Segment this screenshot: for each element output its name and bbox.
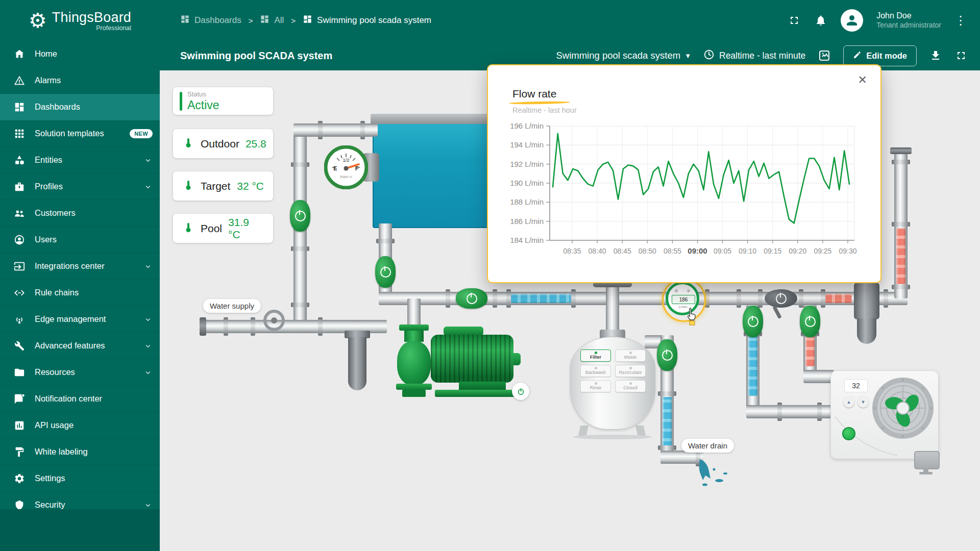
sidebar-item-white-labeling[interactable]: White labeling [0, 439, 160, 465]
sidebar-item-notification-center[interactable]: Notification center [0, 386, 160, 412]
chevron-down-icon [143, 262, 153, 271]
sidebar-item-label: Advanced features [35, 341, 105, 350]
indicator-dot [595, 367, 597, 369]
top-header: Dashboards > All > Swimming pool scada s… [160, 0, 980, 41]
valve-button[interactable] [743, 306, 763, 337]
pipe [293, 123, 378, 137]
warm-water-section [805, 336, 815, 366]
image-export-icon[interactable] [818, 49, 831, 62]
edit-mode-button[interactable]: Edit mode [843, 45, 917, 66]
breadcrumb-current[interactable]: Swimming pool scada system [303, 14, 431, 27]
download-icon[interactable] [929, 49, 942, 62]
time-window-button[interactable]: Realtime - last minute [703, 49, 805, 63]
filter-mode-label: Closed [623, 385, 638, 390]
sidebar-item-alarms[interactable]: Alarms [0, 67, 160, 94]
thermometer-icon [182, 179, 194, 193]
filter-mode-filter-button[interactable]: Filter [580, 349, 611, 362]
sidebar-item-entities[interactable]: Entities [0, 147, 160, 173]
svg-text:08:35: 08:35 [563, 247, 581, 255]
toolbar-fullscreen-icon[interactable] [954, 49, 968, 62]
breadcrumb-all[interactable]: All [260, 14, 284, 27]
svg-text:09:25: 09:25 [814, 247, 831, 255]
sidebar-item-customers[interactable]: Customers [0, 200, 160, 227]
valve-button[interactable] [290, 200, 310, 232]
heat-pump-power-light[interactable] [842, 427, 855, 440]
sidebar-item-home[interactable]: Home [0, 41, 160, 67]
breadcrumb-dashboards[interactable]: Dashboards [180, 14, 241, 27]
power-icon [380, 267, 391, 278]
svg-text:08:40: 08:40 [589, 247, 606, 255]
popup-subtitle: Realtime - last hour [512, 106, 577, 114]
filter-mode-backwash-button[interactable]: Backwash [580, 365, 611, 377]
chevron-down-icon [143, 315, 153, 324]
sidebar-item-advanced-features[interactable]: Advanced features [0, 333, 160, 359]
pump-flange [399, 324, 429, 331]
thingsboard-logo[interactable]: ⚙ ThingsBoard Professional [0, 0, 160, 41]
flange [658, 445, 676, 450]
pump-base-plate [435, 390, 519, 397]
pencil-icon [853, 51, 862, 61]
sidebar-item-users[interactable]: Users [0, 227, 160, 253]
indicator-dot [629, 352, 632, 354]
water-splash [695, 458, 742, 488]
settings-icon [13, 472, 26, 485]
sidebar-item-rule-chains[interactable]: Rule chains [0, 280, 160, 306]
flange [658, 391, 676, 396]
flange [318, 317, 323, 336]
sidebar-item-label: Dashboards [35, 102, 80, 112]
flange [737, 289, 741, 308]
close-icon[interactable]: ✕ [858, 73, 867, 87]
filter-mode-rinse-button[interactable]: Rinse [580, 380, 611, 392]
valve-button[interactable] [375, 256, 396, 288]
chevron-down-icon [143, 156, 153, 165]
sidebar-item-label: Security [35, 500, 65, 510]
filter-mode-recirculate-button[interactable]: Recirculate [615, 365, 646, 377]
dashboard-state-select[interactable]: Swimming pool scada system ▼ [556, 50, 691, 61]
new-badge: NEW [130, 129, 153, 138]
drain-water-section [663, 397, 672, 448]
status-indicator-bar [180, 92, 182, 111]
profiles-icon [13, 181, 26, 193]
pump-inlet-pipe [407, 298, 421, 328]
sidebar-item-settings[interactable]: Settings [0, 465, 160, 492]
sidebar-item-edge-management[interactable]: Edge management [0, 306, 160, 333]
setpoint-up-button[interactable]: ▲ [843, 396, 854, 408]
sidebar-item-dashboards[interactable]: Dashboards [0, 94, 160, 120]
dashboard-icon [303, 14, 312, 27]
valve-button[interactable] [800, 306, 820, 337]
sidebar-item-label: API usage [35, 420, 74, 430]
flow-sensor[interactable]: 186 L/min [662, 278, 706, 322]
sidebar-item-api-usage[interactable]: API usage [0, 412, 160, 439]
setpoint-down-button[interactable]: ▼ [857, 396, 869, 408]
edge-icon [13, 313, 26, 325]
shutoff-valve-button[interactable] [765, 289, 797, 308]
drain-valve-button[interactable] [657, 339, 677, 371]
notifications-bell-icon[interactable] [814, 14, 827, 27]
svg-text:09:20: 09:20 [789, 247, 806, 255]
header-actions: John Doe Tenant administrator ⋮ [788, 9, 967, 32]
power-icon [295, 211, 306, 221]
sidebar-item-profiles[interactable]: Profiles [0, 173, 160, 200]
filter-mode-waste-button[interactable]: Waste [615, 349, 646, 362]
filter-mode-label: Rinse [590, 385, 602, 390]
strainer [854, 283, 879, 319]
sidebar-item-solution-templates[interactable]: Solution templatesNEW [0, 120, 160, 147]
filter-mode-closed-button[interactable]: Closed [615, 380, 646, 392]
target-temp-card: Target 32 °C [173, 171, 273, 201]
fullscreen-icon[interactable] [788, 14, 801, 27]
user-info[interactable]: John Doe Tenant administrator [876, 11, 941, 30]
sidebar-item-integrations-center[interactable]: Integrations center [0, 253, 160, 280]
flange [446, 289, 450, 308]
sidebar-item-label: Profiles [35, 182, 63, 191]
user-role: Tenant administrator [876, 21, 941, 30]
flange [251, 317, 255, 336]
sidebar-item-label: Home [35, 49, 57, 59]
more-menu-icon[interactable]: ⋮ [954, 18, 967, 23]
pump-power-button[interactable] [512, 383, 529, 400]
sidebar-item-label: White labeling [35, 447, 88, 457]
user-name: John Doe [876, 11, 941, 21]
sidebar-item-resources[interactable]: Resources [0, 359, 160, 386]
breadcrumb: Dashboards > All > Swimming pool scada s… [180, 14, 431, 27]
user-avatar[interactable] [841, 9, 863, 32]
valve-button[interactable] [456, 288, 487, 309]
